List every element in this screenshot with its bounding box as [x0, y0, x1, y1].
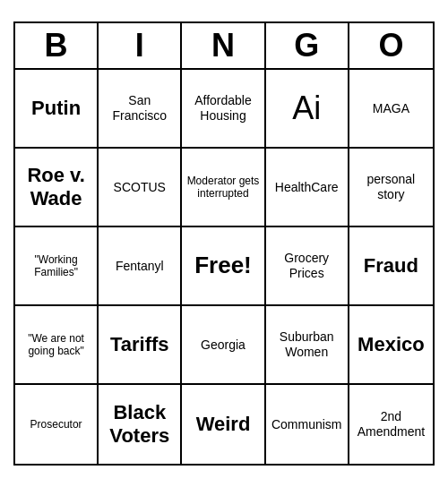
bingo-cell: 2nd Amendment	[349, 385, 433, 464]
bingo-cell: Weird	[182, 385, 265, 464]
header-letter: O	[349, 23, 433, 68]
bingo-cell: Grocery Prices	[266, 227, 349, 306]
bingo-cell: Fraud	[349, 227, 433, 306]
bingo-cell: Fentanyl	[99, 227, 182, 306]
bingo-cell: Suburban Women	[266, 306, 349, 385]
bingo-header: BINGO	[15, 23, 433, 70]
bingo-cell: Moderator gets interrupted	[182, 149, 265, 227]
bingo-cell: Communism	[266, 385, 349, 464]
bingo-cell: SCOTUS	[99, 149, 182, 227]
bingo-cell: Georgia	[182, 306, 265, 385]
bingo-card: BINGO PutinSan FranciscoAffordable Housi…	[13, 21, 435, 466]
bingo-cell: Roe v. Wade	[15, 149, 99, 227]
header-letter: B	[15, 23, 99, 68]
bingo-cell: "Working Families"	[15, 227, 99, 306]
bingo-cell: Black Voters	[99, 385, 182, 464]
bingo-cell: MAGA	[349, 70, 433, 149]
bingo-cell: HealthCare	[266, 149, 349, 227]
bingo-cell: Putin	[15, 70, 99, 149]
header-letter: N	[182, 23, 265, 68]
bingo-cell: Affordable Housing	[182, 70, 265, 149]
header-letter: G	[266, 23, 349, 68]
bingo-cell: personal story	[349, 149, 433, 227]
bingo-cell: Prosecutor	[15, 385, 99, 464]
bingo-cell: San Francisco	[99, 70, 182, 149]
bingo-cell: "We are not going back"	[15, 306, 99, 385]
bingo-cell: Mexico	[349, 306, 433, 385]
bingo-cell: Ai	[266, 70, 349, 149]
bingo-cell: Free!	[182, 227, 265, 306]
bingo-grid: PutinSan FranciscoAffordable HousingAiMA…	[15, 70, 433, 464]
header-letter: I	[99, 23, 182, 68]
bingo-cell: Tariffs	[99, 306, 182, 385]
